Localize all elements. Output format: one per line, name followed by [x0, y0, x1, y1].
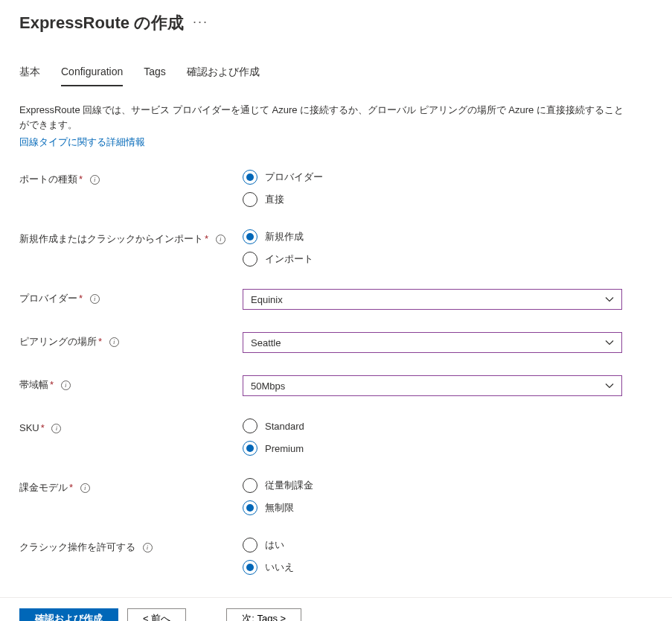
radio-icon — [243, 192, 257, 207]
review-create-button[interactable]: 確認および作成 — [19, 608, 118, 621]
chevron-down-icon — [605, 381, 614, 390]
learn-more-link[interactable]: 回線タイプに関する詳細情報 — [19, 136, 653, 149]
billing-model-label: 課金モデル* i — [19, 478, 243, 496]
allow-classic-radio-group: はい いいえ — [243, 538, 622, 575]
sku-radio-group: Standard Premium — [243, 418, 622, 456]
radio-label: Standard — [265, 421, 304, 432]
radio-icon — [243, 478, 257, 493]
description-text: ExpressRoute 回線では、サービス プロバイダーを通じて Azure … — [19, 103, 630, 133]
more-actions-button[interactable]: ··· — [193, 14, 208, 32]
radio-icon — [243, 418, 257, 433]
radio-label: プロバイダー — [265, 171, 323, 184]
tab-tags[interactable]: Tags — [144, 61, 166, 86]
tab-bar: 基本 Configuration Tags 確認および作成 — [19, 61, 653, 86]
tab-configuration[interactable]: Configuration — [61, 61, 123, 86]
peering-location-select[interactable]: Seattle — [243, 332, 622, 353]
info-icon[interactable]: i — [90, 294, 100, 304]
info-icon[interactable]: i — [143, 543, 153, 552]
info-icon[interactable]: i — [51, 424, 61, 433]
radio-icon — [243, 560, 257, 575]
radio-icon — [243, 500, 257, 515]
create-or-import-radio-group: 新規作成 インポート — [243, 229, 622, 267]
sku-premium-option[interactable]: Premium — [243, 441, 622, 456]
provider-label: プロバイダー* i — [19, 289, 243, 307]
provider-select[interactable]: Equinix — [243, 289, 622, 310]
radio-icon — [243, 229, 257, 244]
radio-icon — [243, 252, 257, 267]
billing-metered-option[interactable]: 従量制課金 — [243, 478, 622, 493]
sku-label: SKU* i — [19, 418, 243, 436]
chevron-down-icon — [605, 295, 614, 304]
port-type-label: ポートの種類* i — [19, 170, 243, 188]
info-icon[interactable]: i — [80, 483, 90, 493]
peering-location-label: ピアリングの場所* i — [19, 332, 243, 350]
radio-label: 直接 — [265, 193, 284, 206]
page-title: ExpressRoute の作成 — [19, 12, 184, 34]
port-type-direct-option[interactable]: 直接 — [243, 192, 622, 207]
radio-label: Premium — [265, 443, 304, 454]
tab-basics[interactable]: 基本 — [19, 61, 40, 86]
info-icon[interactable]: i — [216, 235, 225, 244]
info-icon[interactable]: i — [109, 337, 119, 347]
port-type-provider-option[interactable]: プロバイダー — [243, 170, 622, 185]
allow-classic-label: クラシック操作を許可する i — [19, 538, 243, 555]
radio-label: インポート — [265, 252, 313, 266]
allow-classic-yes-option[interactable]: はい — [243, 538, 622, 552]
import-option[interactable]: インポート — [243, 252, 622, 267]
radio-icon — [243, 441, 257, 456]
previous-button[interactable]: < 前へ — [127, 608, 186, 621]
next-button[interactable]: 次: Tags > — [226, 608, 301, 621]
billing-model-radio-group: 従量制課金 無制限 — [243, 478, 622, 515]
radio-icon — [243, 538, 257, 552]
create-new-option[interactable]: 新規作成 — [243, 229, 622, 244]
radio-label: 従量制課金 — [265, 479, 313, 492]
select-value: Seattle — [251, 337, 281, 348]
radio-label: いいえ — [265, 561, 294, 574]
radio-label: はい — [265, 538, 284, 552]
allow-classic-no-option[interactable]: いいえ — [243, 560, 622, 575]
info-icon[interactable]: i — [61, 380, 71, 390]
select-value: 50Mbps — [251, 380, 285, 392]
port-type-radio-group: プロバイダー 直接 — [243, 170, 622, 207]
radio-label: 無制限 — [265, 501, 294, 515]
footer-bar: 確認および作成 < 前へ 次: Tags > — [0, 597, 672, 621]
billing-unlimited-option[interactable]: 無制限 — [243, 500, 622, 515]
create-or-import-label: 新規作成またはクラシックからインポート* i — [19, 229, 243, 247]
chevron-down-icon — [605, 338, 614, 347]
sku-standard-option[interactable]: Standard — [243, 418, 622, 433]
tab-review-create[interactable]: 確認および作成 — [187, 61, 260, 86]
bandwidth-label: 帯域幅* i — [19, 375, 243, 393]
radio-icon — [243, 170, 257, 185]
radio-label: 新規作成 — [265, 230, 304, 243]
bandwidth-select[interactable]: 50Mbps — [243, 375, 622, 396]
select-value: Equinix — [251, 294, 283, 305]
info-icon[interactable]: i — [90, 175, 100, 185]
